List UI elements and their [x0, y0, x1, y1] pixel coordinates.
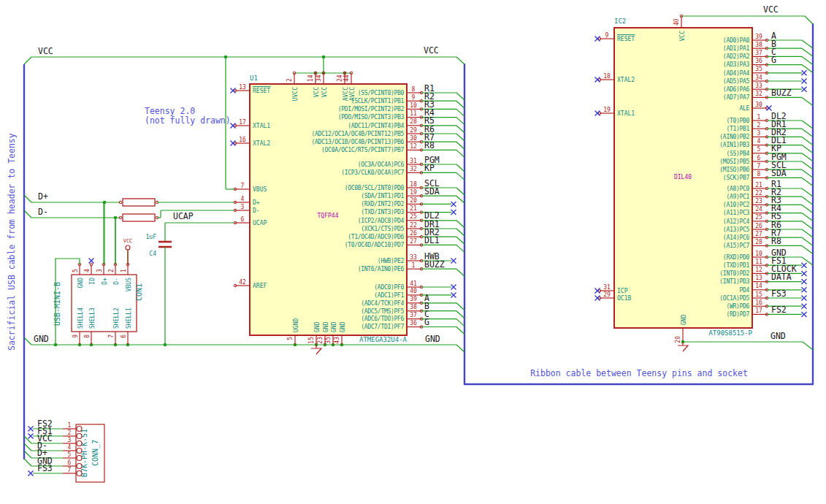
- pin-number: 11: [410, 110, 417, 117]
- net-label-KP: KP: [424, 163, 435, 173]
- bus-entry: [456, 164, 464, 172]
- pin-number: 18: [410, 181, 417, 188]
- pin-name: (AD5)PA5: [723, 78, 750, 85]
- pin-name: (A12)PC4: [723, 218, 750, 225]
- pin-number: 3: [241, 204, 245, 210]
- pin-number: 2: [68, 429, 72, 436]
- bus-entry: [24, 451, 31, 458]
- pin-number: 6: [241, 216, 245, 223]
- bus-entry: [802, 129, 813, 137]
- pin-number: 7: [241, 183, 245, 189]
- pin-number: 24: [755, 206, 762, 213]
- bus-entry: [802, 169, 813, 177]
- pin-number: 42: [239, 279, 246, 286]
- pin-name: (SDA/INT1)PD1: [361, 193, 404, 199]
- bus-entry: [456, 237, 464, 244]
- pin-number: 23: [755, 198, 762, 205]
- pin-name: (AD7)PA7: [723, 94, 750, 101]
- pin-number: 3: [68, 437, 72, 443]
- bus-entry: [456, 134, 464, 141]
- pin-number: 9: [72, 335, 79, 338]
- net-label-BUZZ: BUZZ: [424, 259, 445, 270]
- ic-U1-footprint: TQFP44: [318, 213, 339, 219]
- pin-number: 26: [410, 230, 417, 237]
- pin-name: GND: [340, 321, 346, 332]
- pin-number: 14: [307, 75, 314, 82]
- pin-number: 7: [108, 335, 115, 338]
- pin-name: (SS/PCINT0)PB0: [358, 90, 405, 96]
- capacitor-C4-ref: C4: [149, 251, 156, 257]
- pin-circle: [77, 456, 82, 461]
- pin-number: 20: [410, 197, 417, 204]
- pin-number: 30: [410, 135, 417, 142]
- pin-name: (OC0A/OC1C/RTS/PCINT7)PB7: [321, 147, 404, 153]
- pin-number: 30: [755, 102, 762, 108]
- pin-name: (INT6/AIN0)PE6: [358, 266, 405, 272]
- pin-name: (AD4)PA4: [723, 70, 750, 77]
- bus-entry: [24, 210, 31, 218]
- pin-name: ALE: [739, 105, 749, 112]
- pin-number: 7: [757, 163, 761, 169]
- pin-name: (A9)PC1: [726, 194, 749, 200]
- pin-number: 1: [757, 114, 761, 121]
- pin-name: (A11)PC3: [723, 210, 750, 216]
- pin-number: 4: [241, 196, 245, 202]
- pin-number: 6: [68, 459, 72, 466]
- bus-entry: [456, 101, 464, 108]
- pin-number: 1: [68, 422, 72, 429]
- pin-number: 2: [757, 122, 761, 129]
- net-label-DL1: DL1: [424, 235, 440, 245]
- bus-entry: [24, 195, 31, 202]
- pin-number: 27: [410, 238, 417, 245]
- pin-name: AVCC: [349, 87, 356, 101]
- pin-name: (PDI/MOSI/PCINT2)PB2: [338, 106, 405, 112]
- bus-entry: [24, 459, 31, 466]
- ic-IC2-footprint: DIL40: [674, 174, 692, 180]
- bus-entry: [802, 257, 813, 265]
- bus-entry: [24, 443, 31, 451]
- net-label-SDA: SDA: [424, 186, 440, 196]
- bus-entry: [456, 311, 464, 318]
- bus-entry: [802, 161, 813, 169]
- pin-number: 7: [68, 467, 72, 473]
- pin-circle: [77, 464, 82, 469]
- pin-circle: [77, 427, 82, 432]
- pin-name: GND: [331, 321, 337, 332]
- net-label-FS2: FS2: [771, 305, 787, 315]
- pin-name: GND: [681, 314, 687, 325]
- pin-name: (A13)PC5: [723, 226, 750, 233]
- bus-entry: [456, 327, 464, 335]
- pin-number: 2: [286, 78, 293, 82]
- pin-number: 44: [343, 75, 350, 82]
- pin-name: SHELL1: [126, 308, 132, 329]
- bus-entry: [456, 196, 464, 203]
- bus-entry: [456, 269, 464, 276]
- pin-number: 36: [755, 58, 762, 64]
- pin-number: 38: [755, 42, 762, 48]
- pin-circle: [77, 434, 82, 439]
- pin-name: (T0/OC4D/ADC10)PD7: [345, 242, 405, 248]
- pin-name: RESET: [617, 36, 635, 42]
- schematic-sheet: VCCVCCGNDGNDD+D-UCAP1uFC4U1TQFP44ATMEGA3…: [0, 0, 826, 504]
- net-label-BUZZ: BUZZ: [771, 88, 792, 98]
- pin-number: 9: [605, 32, 609, 39]
- vcc-power-symbol: [126, 245, 130, 250]
- pin-number: 26: [755, 223, 762, 229]
- pin-number: 33: [755, 83, 762, 89]
- pin-number: 16: [755, 299, 762, 306]
- pin-name: (AIN1)PB3: [719, 142, 749, 148]
- bus-entry: [456, 150, 464, 157]
- bus-entry: [802, 205, 813, 213]
- pin-name: D+: [102, 278, 108, 285]
- pin-number: 32: [755, 91, 762, 97]
- pin-number: 28: [410, 118, 417, 125]
- pin-number: 15: [755, 291, 762, 298]
- pin-name: VBUS: [126, 278, 132, 291]
- pin-name: AREF: [253, 283, 267, 289]
- pin-name: VBUS: [253, 186, 267, 193]
- bus-entry: [802, 177, 813, 186]
- pin-number: 3: [757, 130, 761, 137]
- bus-entry: [456, 245, 464, 252]
- pin-name: (PDO/MISO/PCINT3)PB3: [338, 114, 405, 121]
- pin-name: (XCK1/CTS)PD5: [361, 226, 404, 232]
